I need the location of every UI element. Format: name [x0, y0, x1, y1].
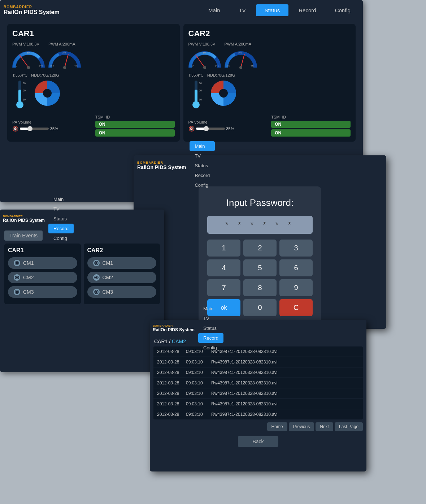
- numpad-9[interactable]: 9: [279, 279, 313, 296]
- tab-record-status[interactable]: Record: [290, 4, 325, 16]
- slider-track[interactable]: [20, 128, 49, 130]
- tab-tv-pw[interactable]: TV: [190, 151, 215, 161]
- tab-tv-train[interactable]: TV: [48, 204, 74, 214]
- svg-text:140: 140: [215, 64, 219, 67]
- tab-status-fl[interactable]: Status: [198, 323, 223, 333]
- car1-tsm-label: TSM_ID: [95, 115, 175, 119]
- back-button[interactable]: Back: [238, 436, 278, 447]
- tab-main-status[interactable]: Main: [200, 4, 229, 16]
- file-list: 2012-03-28 09:03:10 Rw43987c1-20120328-0…: [153, 346, 363, 419]
- password-display: * * * * * *: [207, 216, 313, 234]
- svg-point-12: [16, 101, 23, 108]
- file-time-6: 09:03:10: [186, 401, 211, 406]
- file-date-1: 2012-03-28: [157, 349, 186, 354]
- file-row-7[interactable]: 2012-03-28 09:03:10 Rw43987c1-20120328-0…: [153, 409, 363, 419]
- numpad-5[interactable]: 5: [243, 259, 277, 276]
- window-password: BOMBARDIER RailOn PIDS System Main TV St…: [134, 155, 386, 329]
- nav-tabs-pw: Main TV Status Record Config: [190, 141, 215, 190]
- tab-config-pw[interactable]: Config: [190, 180, 215, 190]
- numpad-4[interactable]: 4: [207, 259, 240, 276]
- svg-point-40: [16, 291, 18, 293]
- car1-tsm-btn1[interactable]: ON: [95, 121, 175, 128]
- car1-pa-volume: PA Volume 🔇 35%: [12, 120, 92, 132]
- car2-tsm-btn2[interactable]: ON: [271, 129, 351, 137]
- svg-point-30: [192, 101, 200, 108]
- car2-cm1-label: CM1: [103, 260, 113, 266]
- car2-speedometer-a: 150 300 480: [225, 48, 257, 69]
- file-row-4[interactable]: 2012-03-28 09:03:10 Rw43987c1-20120328-0…: [153, 378, 363, 388]
- car2-cm2-btn[interactable]: CM2: [87, 272, 157, 283]
- file-time-1: 09:03:10: [186, 349, 211, 354]
- file-date-2: 2012-03-28: [157, 359, 186, 365]
- tab-config-status[interactable]: Config: [326, 4, 359, 16]
- train-events-button[interactable]: Train Events: [4, 231, 43, 241]
- file-row-3[interactable]: 2012-03-28 09:03:10 Rw43987c1-20120328-0…: [153, 367, 363, 378]
- file-row-5[interactable]: 2012-03-28 09:03:10 Rw43987c1-20120328-0…: [153, 388, 363, 399]
- previous-button[interactable]: Previous: [289, 422, 314, 431]
- svg-text:90: 90: [23, 82, 26, 85]
- tab-status-train[interactable]: Status: [48, 214, 74, 224]
- car1-volume-slider[interactable]: 🔇 35%: [12, 126, 92, 132]
- car1-tsm-btn2[interactable]: ON: [95, 129, 175, 137]
- tab-main-fl[interactable]: Main: [198, 304, 223, 314]
- numpad-8[interactable]: 8: [243, 279, 277, 296]
- car2-cm3-btn[interactable]: CM3: [87, 286, 157, 298]
- car1-hdd-gauge: HDD:70G/128G: [31, 73, 64, 111]
- car1-speedometer-v: 0 80 140: [12, 48, 45, 69]
- car2-volume-slider[interactable]: 🔇 35%: [188, 126, 268, 132]
- svg-text:140: 140: [39, 64, 43, 67]
- tab-record-pw[interactable]: Record: [190, 171, 215, 180]
- tab-main-pw[interactable]: Main: [190, 141, 215, 151]
- car1-cm2-btn[interactable]: CM2: [8, 272, 77, 283]
- tab-config-train[interactable]: Config: [48, 233, 74, 243]
- tab-status-pw[interactable]: Status: [190, 161, 215, 171]
- file-row-2[interactable]: 2012-03-28 09:03:10 Rw43987c1-20120328-0…: [153, 357, 363, 367]
- car2-tsm-btn1[interactable]: ON: [271, 121, 351, 128]
- car1-tsm-buttons: ON ON: [95, 121, 175, 137]
- tab-tv-status[interactable]: TV: [230, 4, 255, 16]
- numpad-3[interactable]: 3: [279, 240, 313, 257]
- file-name-4: Rw43987c1-20120328-082310.avi: [211, 380, 359, 385]
- numpad-2[interactable]: 2: [243, 240, 277, 257]
- car1-pa-label: PA Volume: [12, 120, 92, 124]
- numpad-0[interactable]: 0: [243, 299, 277, 316]
- car1-pwmv-gauge: PWM V:108.3V: [12, 42, 45, 69]
- camera-icon-c1cm2: [14, 274, 20, 281]
- window-filelist: BOMBARDIER RailOn PIDS System Main TV St…: [150, 320, 366, 471]
- car2-pwmv-gauge: PWM V:108.3V 0 80 140: [188, 42, 221, 69]
- file-row-6[interactable]: 2012-03-28 09:03:10 Rw43987c1-20120328-0…: [153, 399, 363, 409]
- tab-main-train[interactable]: Main: [48, 194, 74, 204]
- car2-temp-gauge: T:35.4°C 90 50 10: [188, 73, 204, 111]
- next-button[interactable]: Next: [316, 422, 333, 431]
- car1-cm3-btn[interactable]: CM3: [8, 286, 77, 298]
- numpad-6[interactable]: 6: [279, 259, 313, 276]
- car1-temp-label: T:35.4°C: [12, 73, 27, 77]
- brand-pw: BOMBARDIER: [137, 161, 186, 164]
- slider-thumb[interactable]: [27, 126, 32, 131]
- car2-cm1-btn[interactable]: CM1: [87, 257, 157, 269]
- slider-thumb-2[interactable]: [204, 126, 209, 131]
- tab-record-train[interactable]: Record: [48, 224, 74, 233]
- numpad-7[interactable]: 7: [207, 279, 240, 296]
- numpad-1[interactable]: 1: [207, 240, 240, 257]
- numpad-clear[interactable]: C: [279, 299, 313, 316]
- topbar-train: BOMBARDIER RailOn PIDS System Main TV St…: [0, 210, 164, 228]
- last-page-button[interactable]: Last Page: [335, 422, 363, 431]
- tab-status-status[interactable]: Status: [256, 4, 289, 16]
- car2-bottom: PA Volume 🔇 35% TSM_ID ON ON: [188, 115, 351, 137]
- svg-text:0: 0: [16, 64, 17, 67]
- breadcrumb-sep: /: [169, 339, 172, 344]
- car2-pwmv-label: PWM V:108.3V: [188, 42, 216, 46]
- car1-cm1-btn[interactable]: CM1: [8, 257, 77, 269]
- home-button[interactable]: Home: [267, 422, 287, 431]
- car2-record-title: CAR2: [87, 247, 157, 254]
- svg-text:90: 90: [199, 82, 202, 85]
- car1-pct-label: 35%: [50, 126, 58, 131]
- slider-track-2[interactable]: [196, 128, 225, 130]
- svg-line-0: [19, 55, 29, 68]
- tab-tv-fl[interactable]: TV: [198, 314, 223, 323]
- svg-text:50: 50: [199, 89, 202, 92]
- tab-record-fl[interactable]: Record: [198, 333, 223, 343]
- file-row-1[interactable]: 2012-03-28 09:03:10 Rw43987c1-20120328-0…: [153, 346, 363, 357]
- file-date-6: 2012-03-28: [157, 401, 186, 406]
